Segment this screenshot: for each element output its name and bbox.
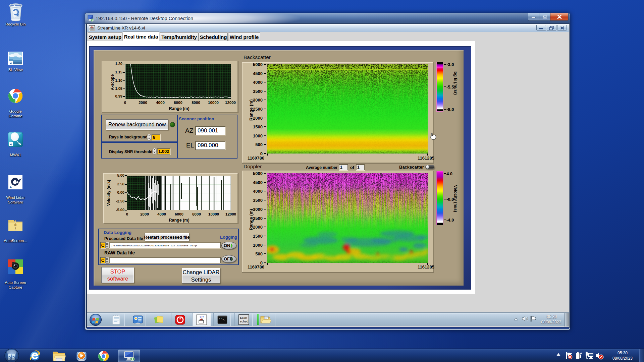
svg-text:C:\>_: C:\>_ (219, 318, 225, 321)
svg-text:sched: sched (240, 319, 248, 323)
svg-text:XR: XR (200, 315, 204, 319)
svg-text:Scan: Scan (240, 316, 247, 319)
